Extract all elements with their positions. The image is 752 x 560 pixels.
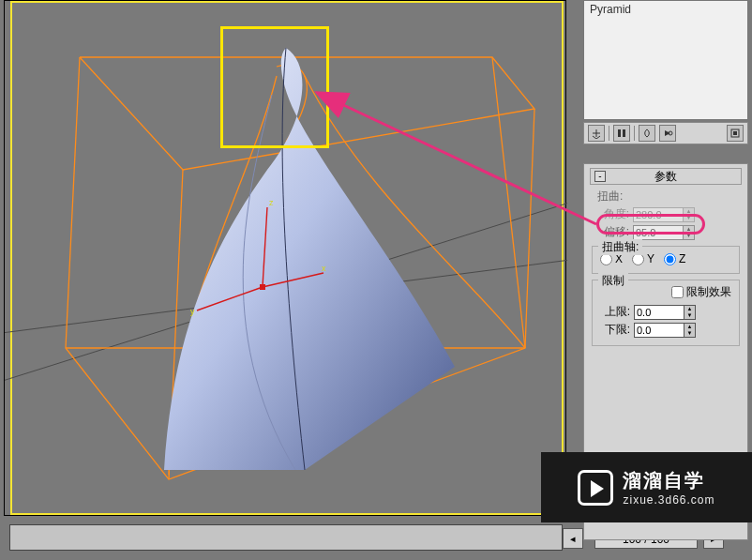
limits-group-title: 限制 <box>598 273 628 289</box>
scene-list-item[interactable]: Pyramid <box>584 1 747 18</box>
bias-label: 偏移: <box>597 224 629 240</box>
scene-list[interactable]: Pyramid <box>583 0 748 120</box>
twist-group-title: 扭曲: <box>597 189 734 204</box>
show-end-result-icon[interactable] <box>613 125 630 142</box>
watermark-title: 溜溜自学 <box>623 468 714 493</box>
lower-spinner[interactable]: ▲▼ <box>634 323 696 338</box>
upper-input[interactable] <box>634 305 684 320</box>
limit-enable-checkbox[interactable]: 限制效果 <box>671 284 731 300</box>
rollout-title: 参数 <box>654 169 677 185</box>
axis-group: 扭曲轴: X Y Z <box>592 246 740 274</box>
remove-modifier-icon[interactable] <box>659 125 676 142</box>
play-icon <box>578 470 613 506</box>
svg-text:x: x <box>322 264 326 273</box>
lower-label: 下限: <box>598 322 630 338</box>
configure-sets-icon[interactable] <box>727 125 744 142</box>
watermark: 溜溜自学 zixue.3d66.com <box>541 452 752 522</box>
axis-z-radio[interactable]: Z <box>664 252 685 265</box>
svg-rect-9 <box>618 129 621 137</box>
angle-label: 角度: <box>597 206 629 222</box>
svg-rect-13 <box>733 131 737 135</box>
svg-rect-5 <box>260 284 265 290</box>
modifier-toolbar <box>583 122 748 144</box>
lower-input[interactable] <box>634 323 684 338</box>
pin-stack-icon[interactable] <box>588 125 605 142</box>
scroll-left-button[interactable]: ◂ <box>563 528 583 549</box>
annotation-highlight-top <box>220 26 329 148</box>
svg-text:z: z <box>269 198 274 207</box>
axis-group-title: 扭曲轴: <box>598 239 642 255</box>
limits-group: 限制 限制效果 上限: ▲▼ 下限: ▲▼ <box>592 280 740 346</box>
bias-input[interactable] <box>633 225 684 240</box>
upper-label: 上限: <box>598 304 630 320</box>
twist-group: 扭曲: 角度: ▲▼ 偏移: ▲▼ <box>592 189 740 240</box>
svg-text:y: y <box>190 307 195 316</box>
angle-spinner[interactable]: ▲▼ <box>633 207 695 222</box>
collapse-icon[interactable]: - <box>594 171 606 182</box>
make-unique-icon[interactable] <box>639 125 655 142</box>
bias-spinner[interactable]: ▲▼ <box>633 225 695 240</box>
rollout-header[interactable]: - 参数 <box>590 168 742 185</box>
timeline-track[interactable] <box>9 524 563 551</box>
upper-spinner[interactable]: ▲▼ <box>634 305 696 320</box>
svg-rect-10 <box>623 129 625 137</box>
angle-input[interactable] <box>633 207 684 222</box>
watermark-url: zixue.3d66.com <box>623 493 714 507</box>
